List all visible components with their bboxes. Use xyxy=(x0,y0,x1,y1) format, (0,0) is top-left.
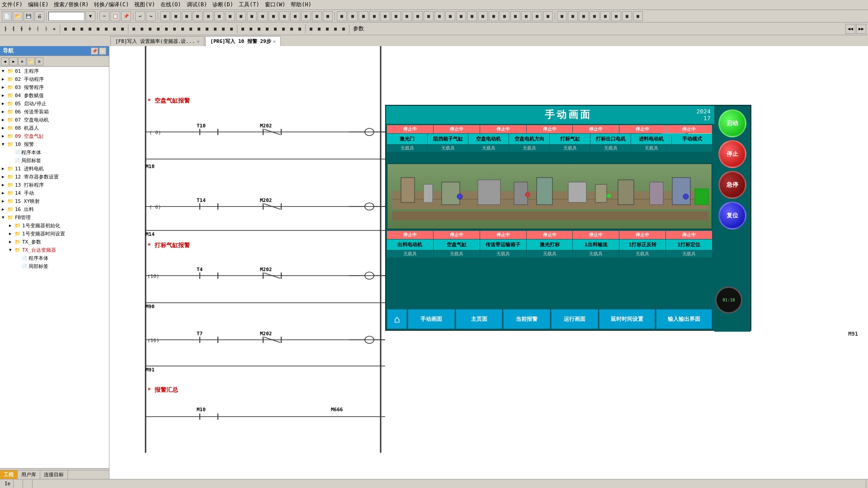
ctrl-laser[interactable]: 激光门 xyxy=(387,134,427,144)
save-btn[interactable]: 💾 xyxy=(24,11,33,21)
sidebar-close-btn[interactable]: ✕ xyxy=(99,47,106,55)
tb2-27[interactable]: ▦ xyxy=(220,25,227,33)
tb23[interactable]: ▦ xyxy=(402,11,412,21)
tab-fb-close[interactable]: ✕ xyxy=(197,39,199,44)
project-name-field[interactable] xyxy=(48,12,85,21)
print-btn[interactable]: 🖨 xyxy=(34,11,44,21)
tb41[interactable]: ▦ xyxy=(600,11,610,21)
st1[interactable]: ◀ xyxy=(1,57,9,66)
tb2-26[interactable]: ▦ xyxy=(212,25,219,33)
tb2-18[interactable]: ▦ xyxy=(146,25,154,33)
tb31[interactable]: ▦ xyxy=(489,11,499,21)
tb6[interactable]: ▦ xyxy=(214,11,224,21)
nav-alarm-btn[interactable]: 当前报警 xyxy=(503,309,550,329)
tb17[interactable]: ▦ xyxy=(337,11,347,21)
ladder-area[interactable]: ( 0) T10 M202 M10 ( 6) T14 M202 M14 xyxy=(109,46,868,479)
estop-btn[interactable]: 急停 xyxy=(718,171,746,199)
ctrl-diskmotor[interactable]: 空盘电动机 xyxy=(468,134,509,144)
tb2-8[interactable]: ▦ xyxy=(62,25,69,33)
tree-item-11[interactable]: 📄局部标签 xyxy=(0,156,109,164)
tb2-11[interactable]: ▦ xyxy=(86,25,94,33)
tree-item-12[interactable]: ▶📁11 进料电机 xyxy=(0,164,109,173)
tree-item-21[interactable]: ▶📁TX_参数 xyxy=(0,238,109,246)
tb2-nav-left[interactable]: ◀◀ xyxy=(845,24,855,34)
tree-item-7[interactable]: ▶📁08 机器人 xyxy=(0,124,109,132)
tb2-22[interactable]: ▦ xyxy=(179,25,186,33)
nav-home-btn[interactable]: ⌂ xyxy=(387,309,407,329)
tab-prg[interactable]: [PRG]写入 10 报警 29步 ✕ xyxy=(205,36,281,46)
tb29[interactable]: ▦ xyxy=(467,11,477,21)
menu-diag[interactable]: 诊断(D) xyxy=(212,1,233,9)
bottom-tab-project[interactable]: 工程 xyxy=(0,470,18,479)
undo-btn[interactable]: ↩ xyxy=(135,11,145,21)
nav-main-btn[interactable]: 主页面 xyxy=(456,309,503,329)
tb40[interactable]: ▦ xyxy=(590,11,599,21)
tb8[interactable]: ▦ xyxy=(236,11,246,21)
tree-item-20[interactable]: ▶📁1号变频器时间设置 xyxy=(0,230,109,238)
tb25[interactable]: ▦ xyxy=(424,11,434,21)
tb21[interactable]: ▦ xyxy=(380,11,390,21)
ctrl-markout[interactable]: 打标出口电机 xyxy=(590,134,631,144)
tb3[interactable]: ▦ xyxy=(182,11,192,21)
tree-item-24[interactable]: 📄局部标签 xyxy=(0,262,109,270)
tb2-30[interactable]: ▦ xyxy=(247,25,255,33)
tb2-13[interactable]: ▦ xyxy=(103,25,110,33)
st5[interactable]: ⚙ xyxy=(35,57,43,66)
tb19[interactable]: ▦ xyxy=(359,11,368,21)
tb1[interactable]: ▦ xyxy=(160,11,170,21)
tb2-17[interactable]: ▦ xyxy=(138,25,146,33)
cut-btn[interactable]: ✂ xyxy=(99,11,109,21)
tab-fb[interactable]: [FB]写入 设置频率(变频器.设... ✕ xyxy=(110,36,204,46)
bctrl-1[interactable]: 空盘气缸 xyxy=(434,239,480,250)
tb2-29[interactable]: ▦ xyxy=(239,25,246,33)
open-btn[interactable]: 📂 xyxy=(13,11,23,21)
menu-search[interactable]: 搜索/替换(R) xyxy=(54,1,89,9)
bctrl-0[interactable]: 出料电动机 xyxy=(387,239,433,250)
tree-item-15[interactable]: ▶📁14 手动 xyxy=(0,189,109,197)
tb2-39[interactable]: ▦ xyxy=(324,25,331,33)
tb2-12[interactable]: ▦ xyxy=(94,25,102,33)
tb9[interactable]: ▦ xyxy=(247,11,257,21)
menu-online[interactable]: 在线(O) xyxy=(160,1,181,9)
tb37[interactable]: ▦ xyxy=(557,11,567,21)
tb2-4[interactable]: ╪ xyxy=(26,25,33,33)
tb2-31[interactable]: ▦ xyxy=(255,25,263,33)
tb2-1[interactable]: ╟ xyxy=(2,25,9,33)
tb2-5[interactable]: ┤ xyxy=(34,25,42,33)
nav-delay-btn[interactable]: 延时时间设置 xyxy=(599,309,655,329)
ctrl-block[interactable]: 阻挡箱子气缸 xyxy=(428,134,468,144)
tb39[interactable]: ▦ xyxy=(579,11,589,21)
tb20[interactable]: ▦ xyxy=(369,11,379,21)
sidebar-pin-btn[interactable]: 📌 xyxy=(91,47,98,55)
tree-item-2[interactable]: ▶📁03 报警程序 xyxy=(0,83,109,91)
tb22[interactable]: ▦ xyxy=(391,11,401,21)
tb2[interactable]: ▦ xyxy=(171,11,181,21)
bctrl-2[interactable]: 传送带运输箱子 xyxy=(480,239,526,250)
menu-help[interactable]: 帮助(H) xyxy=(291,1,311,9)
tb2-25[interactable]: ▦ xyxy=(203,25,211,33)
tb10[interactable]: ▦ xyxy=(258,11,268,21)
tb2-34[interactable]: ▦ xyxy=(280,25,287,33)
tb13[interactable]: ▦ xyxy=(290,11,300,21)
tree-item-8[interactable]: ▶📁09 空盘气缸 xyxy=(0,132,109,140)
tb26[interactable]: ▦ xyxy=(434,11,444,21)
tab-prg-close[interactable]: ✕ xyxy=(273,39,276,44)
menu-debug[interactable]: 调试(B) xyxy=(187,1,208,9)
start-btn[interactable]: 启动 xyxy=(718,109,746,137)
tb28[interactable]: ▦ xyxy=(456,11,466,21)
nav-manual-btn[interactable]: 手动画面 xyxy=(408,309,455,329)
tree-item-19[interactable]: ▶📁1号变频器初始化 xyxy=(0,221,109,230)
bctrl-5[interactable]: 1打标正反转 xyxy=(619,239,665,250)
tree-item-6[interactable]: ▶📁07 空盘电动机 xyxy=(0,116,109,124)
st2[interactable]: ▶ xyxy=(9,57,18,66)
bctrl-3[interactable]: 激光打标 xyxy=(527,239,573,250)
tb2-35[interactable]: ▦ xyxy=(288,25,295,33)
menu-window[interactable]: 窗口(W) xyxy=(265,1,286,9)
tree-item-13[interactable]: ▶📁12 寄存器参数设置 xyxy=(0,173,109,181)
tb2-10[interactable]: ▦ xyxy=(78,25,85,33)
tb2-37[interactable]: ▦ xyxy=(307,25,315,33)
tb2-6[interactable]: ├ xyxy=(42,25,50,33)
tree-item-9[interactable]: ▼📁10 报警 xyxy=(0,140,109,148)
tb2-23[interactable]: ▦ xyxy=(187,25,194,33)
tb43[interactable]: ▦ xyxy=(622,11,632,21)
